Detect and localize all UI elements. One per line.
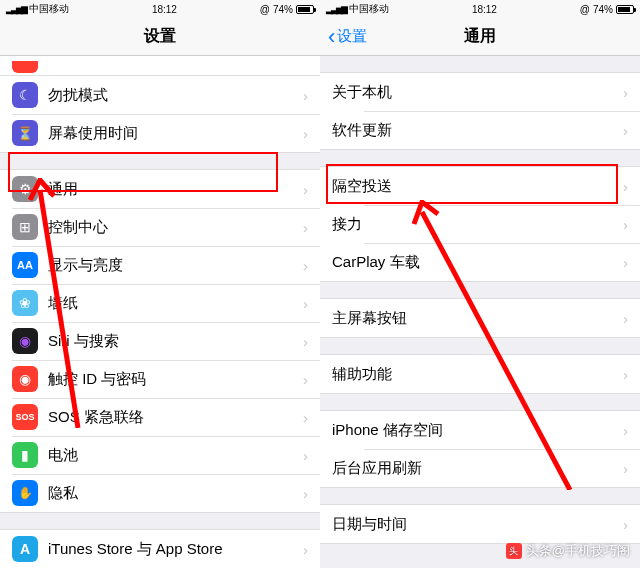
row-datetime[interactable]: 日期与时间› (320, 505, 640, 543)
page-title: 通用 (464, 26, 496, 47)
chevron-right-icon: › (303, 125, 308, 142)
gear-icon (12, 176, 38, 202)
text-size-icon (12, 252, 38, 278)
row-battery[interactable]: 电池› (0, 436, 320, 474)
hourglass-icon (12, 120, 38, 146)
page-title: 设置 (144, 26, 176, 47)
chevron-right-icon: › (623, 216, 628, 233)
toutiao-icon: 头 (506, 543, 522, 559)
chevron-right-icon: › (303, 87, 308, 104)
battery-icon (616, 5, 634, 14)
row-accessibility[interactable]: 辅助功能› (320, 355, 640, 393)
chevron-right-icon: › (303, 219, 308, 236)
row-handoff[interactable]: 接力› (320, 205, 640, 243)
chevron-right-icon: › (623, 366, 628, 383)
chevron-right-icon: › (303, 333, 308, 350)
chevron-right-icon: › (623, 310, 628, 327)
row-control[interactable]: 控制中心› (0, 208, 320, 246)
signal-icon: ▂▃▅▆ (6, 4, 26, 14)
row-siri[interactable]: Siri 与搜索› (0, 322, 320, 360)
row-about[interactable]: 关于本机› (320, 73, 640, 111)
battery-row-icon (12, 442, 38, 468)
row-touchid[interactable]: 触控 ID 与密码› (0, 360, 320, 398)
chevron-right-icon: › (303, 257, 308, 274)
chevron-right-icon: › (623, 516, 628, 533)
general-list[interactable]: 关于本机› 软件更新› 隔空投送› 接力› CarPlay 车载› 主屏幕按钮›… (320, 56, 640, 568)
row-sos[interactable]: SOS 紧急联络› (0, 398, 320, 436)
watermark: 头头条@手机技巧阁 (506, 542, 630, 560)
at-icon: @ (260, 4, 270, 15)
row-general[interactable]: 通用› (0, 170, 320, 208)
carrier: 中国移动 (349, 2, 389, 16)
row-privacy[interactable]: 隐私› (0, 474, 320, 512)
signal-icon: ▂▃▅▆ (326, 4, 346, 14)
row-storage[interactable]: iPhone 储存空间› (320, 411, 640, 449)
battery-icon (296, 5, 314, 14)
chevron-right-icon: › (623, 460, 628, 477)
sos-icon (12, 404, 38, 430)
fingerprint-icon (12, 366, 38, 392)
chevron-right-icon: › (303, 409, 308, 426)
clock: 18:12 (472, 4, 497, 15)
row-itunes[interactable]: iTunes Store 与 App Store› (0, 530, 320, 568)
chevron-left-icon: ‹ (328, 26, 335, 48)
settings-screen: ▂▃▅▆中国移动 18:12 @74% 设置 勿扰模式› 屏幕使用时间› 通用›… (0, 0, 320, 568)
chevron-right-icon: › (303, 447, 308, 464)
status-bar: ▂▃▅▆中国移动 18:12 @74% (0, 0, 320, 18)
moon-icon (12, 82, 38, 108)
row-wallpaper[interactable]: 墙纸› (0, 284, 320, 322)
row-airdrop[interactable]: 隔空投送› (320, 167, 640, 205)
row-update[interactable]: 软件更新› (320, 111, 640, 149)
settings-list[interactable]: 勿扰模式› 屏幕使用时间› 通用› 控制中心› 显示与亮度› 墙纸› Siri … (0, 56, 320, 568)
battery-pct: 74% (593, 4, 613, 15)
row-screentime[interactable]: 屏幕使用时间› (0, 114, 320, 152)
nav-bar: ‹设置 通用 (320, 18, 640, 56)
chevron-right-icon: › (303, 485, 308, 502)
row-dnd[interactable]: 勿扰模式› (0, 76, 320, 114)
flower-icon (12, 290, 38, 316)
siri-icon (12, 328, 38, 354)
chevron-right-icon: › (303, 295, 308, 312)
switches-icon (12, 214, 38, 240)
hand-icon (12, 480, 38, 506)
chevron-right-icon: › (623, 84, 628, 101)
row-refresh[interactable]: 后台应用刷新› (320, 449, 640, 487)
row-carplay[interactable]: CarPlay 车载› (320, 243, 640, 281)
clock: 18:12 (152, 4, 177, 15)
battery-pct: 74% (273, 4, 293, 15)
partial-row (0, 56, 320, 76)
general-screen: ▂▃▅▆中国移动 18:12 @74% ‹设置 通用 关于本机› 软件更新› 隔… (320, 0, 640, 568)
carrier: 中国移动 (29, 2, 69, 16)
status-bar: ▂▃▅▆中国移动 18:12 @74% (320, 0, 640, 18)
chevron-right-icon: › (623, 422, 628, 439)
chevron-right-icon: › (303, 181, 308, 198)
chevron-right-icon: › (623, 254, 628, 271)
chevron-right-icon: › (623, 122, 628, 139)
row-display[interactable]: 显示与亮度› (0, 246, 320, 284)
nav-bar: 设置 (0, 18, 320, 56)
chevron-right-icon: › (303, 541, 308, 558)
chevron-right-icon: › (623, 178, 628, 195)
at-icon: @ (580, 4, 590, 15)
back-button[interactable]: ‹设置 (328, 26, 367, 48)
chevron-right-icon: › (303, 371, 308, 388)
row-homebutton[interactable]: 主屏幕按钮› (320, 299, 640, 337)
appstore-icon (12, 536, 38, 562)
